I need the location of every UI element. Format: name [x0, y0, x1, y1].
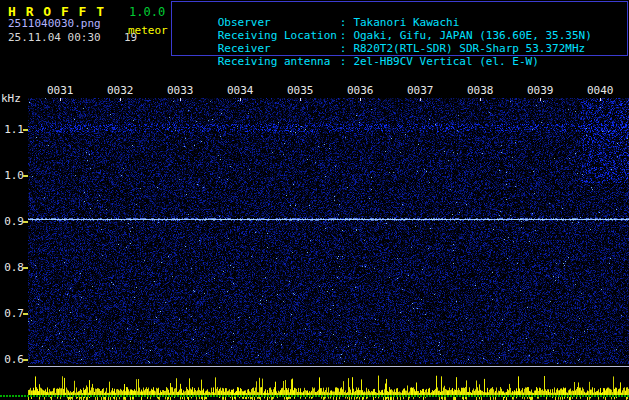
echo-count: 19 [124, 31, 137, 44]
info-row-antenna: Receiving antenna:2el-HB9CV Vertical (el… [178, 42, 539, 81]
x-tick-label: 0037 [407, 84, 434, 97]
y-tick-label: 1.1 [3, 123, 24, 136]
output-filename: 2511040030.png [8, 17, 101, 30]
y-tick-label: 1.0 [3, 169, 24, 182]
y-tick-label: 0.8 [3, 261, 24, 274]
x-tick-label: 0032 [107, 84, 134, 97]
station-info-frame: Observer:Takanori Kawachi Receiving Loca… [171, 1, 628, 56]
info-label: Receiving antenna [218, 55, 340, 68]
x-tick-label: 0040 [587, 84, 614, 97]
x-tick-label: 0035 [287, 84, 314, 97]
x-tick-label: 0031 [47, 84, 74, 97]
x-tick-label: 0033 [167, 84, 194, 97]
y-tick-label: 0.7 [3, 307, 24, 320]
divider-line [28, 366, 629, 367]
x-tick-label: 0039 [527, 84, 554, 97]
x-tick-label: 0038 [467, 84, 494, 97]
app-version: 1.0.0 [129, 5, 165, 19]
y-tick-label: 0.9 [3, 215, 24, 228]
x-tick-label: 0036 [347, 84, 374, 97]
y-axis-unit: kHz [1, 92, 21, 105]
level-strip [0, 368, 629, 400]
x-tick-label: 0034 [227, 84, 254, 97]
spectrogram [28, 98, 629, 364]
datetime-label: 25.11.04 00:30 [8, 31, 101, 44]
hrofft-spectrogram-screen: H R O F F T 1.0.0 2511040030.png meteor … [0, 0, 629, 400]
info-value: 2el-HB9CV Vertical (el. E-W) [346, 55, 538, 68]
y-tick-label: 0.6 [3, 353, 24, 366]
